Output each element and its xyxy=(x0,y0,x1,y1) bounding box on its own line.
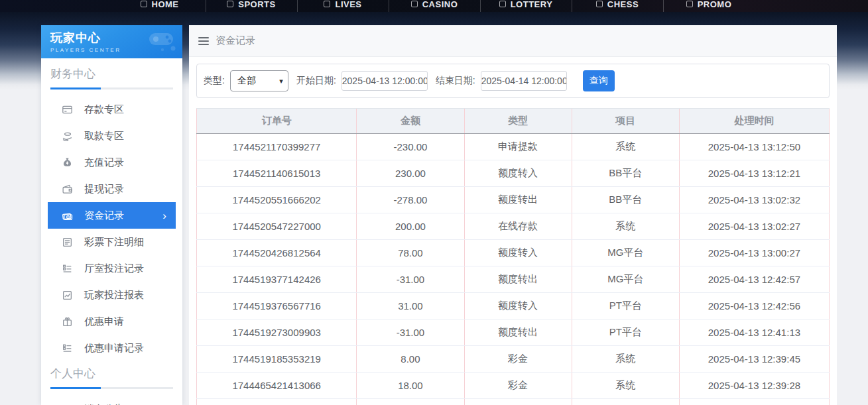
sidebar-item-label: 资金记录 xyxy=(84,209,124,222)
cell-process-time: 2025-04-13 12:39:28 xyxy=(679,373,829,399)
table-row: 1744519273009903 -31.00 额度转出 PT平台 2025-0… xyxy=(197,319,830,346)
start-date-input[interactable] xyxy=(341,71,428,91)
cell-order-no: 1744465421413066 xyxy=(197,373,357,399)
cell-order-no: 1744519376567716 xyxy=(197,293,357,319)
sidebar-menu-personal: 消息公告 xyxy=(41,396,182,405)
cell-type: 在线存款 xyxy=(464,213,572,240)
cell-order-no: 1744520547227000 xyxy=(197,213,357,240)
personal-section-header: 个人中心 xyxy=(41,361,182,389)
cell-amount: 230.00 xyxy=(357,160,464,187)
search-button[interactable]: 查询 xyxy=(583,70,615,91)
nav-casino[interactable]: CASINO xyxy=(389,0,480,12)
cell-process-time: 2025-04-13 12:39:45 xyxy=(679,346,829,373)
nav-home[interactable]: HOME xyxy=(114,0,206,12)
sidebar-item-deposit-zone[interactable]: 存款专区 xyxy=(41,96,182,123)
nav-sports[interactable]: SPORTS xyxy=(206,0,297,12)
cell-amount: 31.00 xyxy=(357,293,464,319)
nav-lottery[interactable]: LOTTERY xyxy=(480,0,572,12)
cell-type: 额度转入 xyxy=(464,293,572,319)
cell-amount: 78.00 xyxy=(357,240,464,266)
table-row: 1744521140615013 230.00 额度转入 BB平台 2025-0… xyxy=(197,160,830,187)
cell-amount: -278.00 xyxy=(357,187,464,213)
nav-promo[interactable]: PROMO xyxy=(663,0,755,12)
cell-order-no: 1744520551666202 xyxy=(197,187,357,213)
col-amount: 金额 xyxy=(357,109,464,134)
cell-project: 系统 xyxy=(572,213,679,240)
personal-section-title: 个人中心 xyxy=(50,366,173,381)
cell-type: 额度转出 xyxy=(464,266,572,293)
sidebar-item-messages[interactable]: 消息公告 xyxy=(41,396,182,405)
cell-order-no: 1744521140615013 xyxy=(197,160,357,187)
card-icon xyxy=(61,103,73,115)
cell-order-no: 1744520426812564 xyxy=(197,240,357,266)
cell-type: 额度转入 xyxy=(464,160,572,187)
col-project: 项目 xyxy=(572,109,679,134)
table-row-clipped xyxy=(197,399,830,405)
chevron-down-icon: ▾ xyxy=(279,77,283,86)
cell-type: 彩金 xyxy=(464,346,572,373)
cell-amount: -31.00 xyxy=(357,319,464,346)
sidebar-item-hall-bet-records[interactable]: 厅室投注记录 xyxy=(41,255,182,282)
table-row: 1744520547227000 200.00 在线存款 系统 2025-04-… xyxy=(197,213,830,240)
lives-icon xyxy=(324,1,330,7)
sidebar-item-lottery-bet-details[interactable]: 彩票下注明细 xyxy=(41,229,182,255)
hamburger-menu-icon[interactable] xyxy=(198,37,209,45)
cell-type: 彩金 xyxy=(464,373,572,399)
main-panel: 资金记录 类型: 全部 ▾ 开始日期: 结束日期: 查询 xyxy=(189,25,837,405)
table-row: 1744519377142426 -31.00 额度转出 MG平台 2025-0… xyxy=(197,266,830,293)
list-icon xyxy=(61,342,73,354)
sidebar-item-promo-apply-records[interactable]: 优惠申请记录 xyxy=(41,335,182,361)
player-center-page: HOME SPORTS LIVES CASINO LOTTERY CHESS P… xyxy=(0,0,868,405)
top-navbar: HOME SPORTS LIVES CASINO LOTTERY CHESS P… xyxy=(0,0,868,12)
page-title: 资金记录 xyxy=(216,34,255,47)
table-row: 1744520426812564 78.00 额度转入 MG平台 2025-04… xyxy=(197,240,830,266)
sidebar-item-withdraw-records[interactable]: 提现记录 xyxy=(41,176,182,202)
cell-process-time: 2025-04-13 12:42:56 xyxy=(679,293,829,319)
sidebar-item-label: 充值记录 xyxy=(84,156,124,169)
col-process-time: 处理时间 xyxy=(679,109,829,134)
cell-amount: -31.00 xyxy=(357,266,464,293)
cell-amount: 18.00 xyxy=(357,373,464,399)
document-icon xyxy=(61,236,73,248)
table-row: 1744520551666202 -278.00 额度转出 BB平台 2025-… xyxy=(197,187,830,213)
end-date-input[interactable] xyxy=(481,71,567,91)
list-icon xyxy=(61,262,73,274)
cell-amount: -230.00 xyxy=(357,134,464,160)
sidebar-item-recharge-records[interactable]: 充值记录 xyxy=(41,149,182,176)
cell-amount: 200.00 xyxy=(357,213,464,240)
cell-process-time: 2025-04-13 12:42:57 xyxy=(679,266,829,293)
nav-promo-label: PROMO xyxy=(698,0,732,9)
cell-project: MG平台 xyxy=(572,240,679,266)
sidebar: 玩家中心 PLAYERS CENTER 财务中心 存款专区 xyxy=(41,25,182,405)
breadcrumb: 资金记录 xyxy=(189,25,837,57)
sidebar-item-promo-apply[interactable]: 优惠申请 xyxy=(41,308,182,335)
funds-record-table: 订单号 金额 类型 项目 处理时间 1744521170399277 -230.… xyxy=(196,108,830,405)
sidebar-item-player-bet-report[interactable]: 玩家投注报表 xyxy=(41,282,182,308)
sidebar-item-label: 取款专区 xyxy=(84,130,124,143)
hand-money-icon xyxy=(61,130,73,142)
table-body: 1744521170399277 -230.00 申请提款 系统 2025-04… xyxy=(197,134,830,405)
cell-order-no: 1744519185353219 xyxy=(197,346,357,373)
sidebar-item-label: 厅室投注记录 xyxy=(84,262,144,275)
nav-sports-label: SPORTS xyxy=(238,0,275,9)
cell-process-time: 2025-04-13 12:41:13 xyxy=(679,319,829,346)
sidebar-item-withdraw-zone[interactable]: 取款专区 xyxy=(41,123,182,149)
nav-lottery-label: LOTTERY xyxy=(511,0,553,9)
money-bag-icon xyxy=(61,156,73,168)
nav-lives-label: LIVES xyxy=(335,0,361,9)
nav-chess[interactable]: CHESS xyxy=(572,0,663,12)
sidebar-item-label: 存款专区 xyxy=(84,103,124,116)
section-divider xyxy=(50,387,173,389)
nav-lives[interactable]: LIVES xyxy=(297,0,389,12)
cell-process-time: 2025-04-13 13:02:27 xyxy=(679,213,829,240)
table-row: 1744519185353219 8.00 彩金 系统 2025-04-13 1… xyxy=(197,346,830,373)
cell-type: 额度转出 xyxy=(464,187,572,213)
chevron-right-icon: › xyxy=(162,210,166,221)
chart-icon xyxy=(61,289,73,301)
cell-project: PT平台 xyxy=(572,319,679,346)
type-select[interactable]: 全部 ▾ xyxy=(230,70,288,91)
cell-process-time: 2025-04-13 13:12:50 xyxy=(679,134,829,160)
home-icon xyxy=(141,1,147,7)
cell-project: 系统 xyxy=(572,346,679,373)
sidebar-item-funds-records[interactable]: 资金记录 › xyxy=(48,202,176,229)
